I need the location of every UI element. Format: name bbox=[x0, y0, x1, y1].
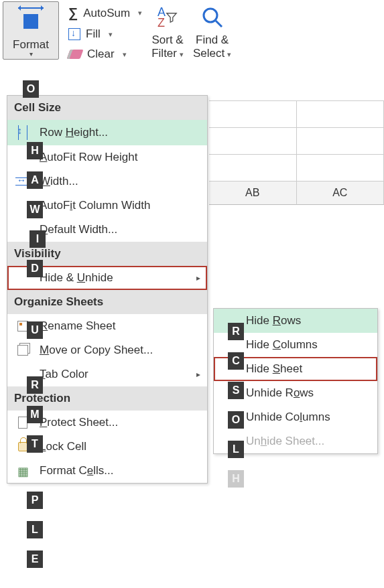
row-height-icon bbox=[18, 125, 27, 140]
svg-point-0 bbox=[204, 9, 217, 22]
keytip: M bbox=[27, 406, 43, 423]
keytip: W bbox=[27, 201, 43, 218]
autosum-label: AutoSum bbox=[83, 7, 130, 20]
keytip: L bbox=[228, 441, 244, 458]
ribbon: Format ▾ ∑ AutoSum ▾ Fill ▾ Clear ▾ AZ S… bbox=[0, 0, 384, 94]
sort-label-2: Filter bbox=[151, 47, 177, 60]
editing-stack: ∑ AutoSum ▾ Fill ▾ Clear ▾ bbox=[68, 1, 142, 61]
format-button[interactable]: Format ▾ bbox=[3, 1, 59, 60]
sort-label-1: Sort & bbox=[151, 33, 183, 46]
sort-filter-icon: AZ bbox=[157, 3, 178, 32]
find-label-2: Select bbox=[193, 47, 225, 60]
keytip: I bbox=[29, 230, 46, 248]
keytip: E bbox=[27, 550, 43, 568]
chevron-down-icon: ▾ bbox=[227, 50, 231, 58]
keytip: A bbox=[27, 171, 43, 189]
keytip-format: O bbox=[23, 80, 39, 98]
sigma-icon: ∑ bbox=[68, 5, 78, 21]
chevron-down-icon: ▾ bbox=[138, 9, 142, 17]
find-label-1: Find & bbox=[196, 33, 229, 46]
chevron-down-icon: ▾ bbox=[29, 50, 33, 58]
menu-header-organize: Organize Sheets bbox=[7, 290, 207, 314]
keytip: O bbox=[228, 411, 244, 429]
keytip: P bbox=[27, 492, 43, 509]
chevron-down-icon: ▾ bbox=[109, 30, 113, 39]
keytip: L bbox=[27, 521, 43, 538]
menu-format-cells[interactable]: Format Cells... bbox=[7, 459, 207, 483]
format-icon bbox=[15, 7, 46, 31]
clear-button[interactable]: Clear ▾ bbox=[68, 48, 142, 61]
format-label: Format bbox=[13, 38, 49, 52]
fill-icon bbox=[68, 28, 80, 40]
find-select-button[interactable]: Find & Select▾ bbox=[193, 1, 231, 61]
autosum-button[interactable]: ∑ AutoSum ▾ bbox=[68, 5, 142, 21]
menu-move-copy[interactable]: Move or Copy Sheet... bbox=[7, 338, 207, 362]
move-copy-icon bbox=[17, 345, 28, 356]
keytip: H bbox=[228, 470, 244, 488]
sort-filter-button[interactable]: AZ Sort & Filter▾ bbox=[151, 1, 184, 61]
spreadsheet-grid[interactable]: AB AC bbox=[209, 100, 384, 205]
keytip: D bbox=[27, 260, 43, 277]
keytip: S bbox=[228, 382, 244, 399]
col-header[interactable]: AB bbox=[209, 181, 297, 205]
chevron-down-icon: ▾ bbox=[123, 50, 127, 59]
keytip: R bbox=[27, 376, 43, 394]
keytip: C bbox=[228, 352, 244, 370]
col-header[interactable]: AC bbox=[297, 181, 385, 205]
fill-button[interactable]: Fill ▾ bbox=[68, 27, 142, 41]
cells-icon bbox=[17, 465, 28, 476]
keytip: T bbox=[27, 435, 43, 453]
submenu-arrow-icon: ▸ bbox=[196, 370, 200, 379]
protect-icon bbox=[18, 417, 27, 429]
keytip: U bbox=[27, 321, 43, 339]
fill-label: Fill bbox=[86, 27, 101, 41]
chevron-down-icon: ▾ bbox=[180, 50, 184, 58]
clear-label: Clear bbox=[87, 48, 115, 61]
keytip: H bbox=[27, 142, 43, 159]
eraser-icon bbox=[66, 50, 83, 59]
magnifier-icon bbox=[200, 3, 225, 32]
lock-icon bbox=[18, 442, 27, 451]
submenu-arrow-icon: ▸ bbox=[196, 273, 200, 283]
svg-line-1 bbox=[216, 21, 222, 27]
keytip: R bbox=[228, 323, 244, 340]
menu-header-cell-size: Cell Size bbox=[7, 96, 207, 120]
